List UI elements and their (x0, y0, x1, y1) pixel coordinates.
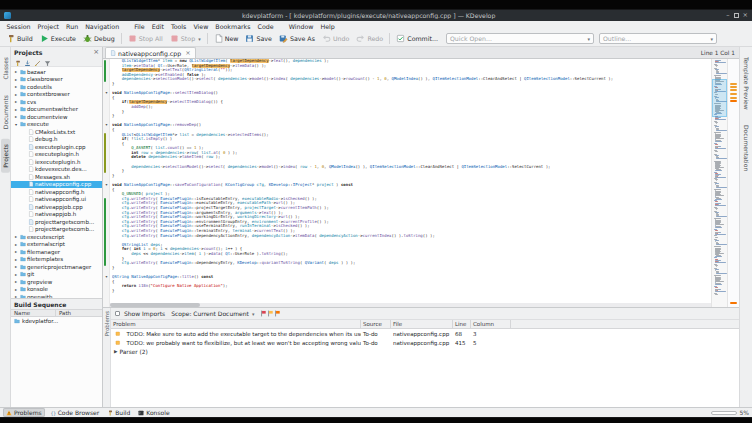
outline-field[interactable]: Outline... ▾ (599, 33, 717, 44)
fold-arrow-icon[interactable]: ▾ (106, 91, 108, 95)
tree-item-execute[interactable]: ▾execute (11, 121, 102, 129)
problems-column-line[interactable]: Line (453, 320, 471, 328)
toolbar-execute-button[interactable]: Execute (37, 33, 79, 44)
tree-item-messages-sh[interactable]: Messages.sh (11, 173, 102, 181)
expander-icon[interactable]: ▸ (14, 92, 18, 97)
quick-open-field[interactable]: Quick Open... ▾ (446, 33, 594, 44)
maximize-button[interactable] (734, 13, 739, 18)
code-editor[interactable]: ▾▾▾▾ QListWidgetItem* item = new QListWi… (103, 59, 739, 307)
expander-icon[interactable]: ▾ (14, 122, 18, 127)
code-text[interactable]: QListWidgetItem* item = new QListWidgetI… (110, 59, 711, 307)
problem-row[interactable]: TODO: we probably want to flexibilize, b… (111, 338, 739, 347)
expander-icon[interactable]: ▸ (14, 84, 18, 89)
build-sequence-column-name[interactable]: Name (11, 310, 56, 316)
menu-code[interactable]: Code (254, 23, 277, 30)
expander-icon[interactable]: ▸ (14, 99, 18, 104)
tree-item-nativeappconfig-h[interactable]: nativeappconfig.h (11, 188, 102, 196)
fold-arrow-icon[interactable]: ▾ (106, 123, 108, 127)
menu-help[interactable]: Help (317, 23, 338, 30)
tree-item-codeutils[interactable]: ▸codeutils (11, 83, 102, 91)
expander-icon[interactable]: ▸ (14, 77, 18, 82)
toolbar-redo-button[interactable]: Redo (353, 33, 386, 44)
tree-item-cmakelists-txt[interactable]: CMakeLists.txt (11, 128, 102, 136)
toolbar-build-button[interactable]: Build (3, 33, 36, 44)
right-dock-tab-template-preview[interactable]: Template Preview (742, 52, 751, 115)
error-filter-button[interactable] (260, 310, 267, 317)
tree-item-contextbrowser[interactable]: ▸contextbrowser (11, 91, 102, 99)
parser-group-row[interactable]: ▶ Parser (2) (111, 347, 739, 356)
tree-item-konsole[interactable]: ▸konsole (11, 286, 102, 294)
tree-item-filemanager[interactable]: ▸filemanager (11, 248, 102, 256)
projects-panel-close-icon[interactable]: × (93, 48, 99, 56)
problems-column-source[interactable]: Source (361, 320, 391, 328)
tree-item-grepview[interactable]: ▸grepview (11, 278, 102, 286)
tree-item-externalscript[interactable]: ▸externalscript (11, 241, 102, 249)
tree-item-genericprojectmanager[interactable]: ▸genericprojectmanager (11, 263, 102, 271)
minimize-button[interactable]: – (726, 12, 729, 19)
toolbar-new-button[interactable]: New (211, 33, 242, 44)
tree-item-cvs[interactable]: ▸cvs (11, 98, 102, 106)
tree-item-executeplugin-cpp[interactable]: executeplugin.cpp (11, 143, 102, 151)
problems-vertical-tab[interactable]: Problems (103, 308, 111, 407)
expander-icon[interactable]: ▶ (114, 349, 117, 354)
expander-icon[interactable]: ▸ (14, 287, 18, 292)
menu-tools[interactable]: Tools (167, 23, 190, 30)
toolbar-undo-button[interactable]: Undo (319, 33, 352, 44)
tree-item-debug-h[interactable]: debug.h (11, 136, 102, 144)
menu-bookmarks[interactable]: Bookmarks (212, 23, 254, 30)
expander-icon[interactable]: ▸ (14, 257, 18, 262)
menu-view[interactable]: View (190, 23, 212, 30)
expander-icon[interactable]: ▸ (14, 242, 18, 247)
menu-edit[interactable]: Edit (148, 23, 167, 30)
statusbar-problems-button[interactable]: Problems (3, 408, 45, 417)
toolbar-save-button[interactable]: Save (242, 33, 274, 44)
toolbar-stop-all-button[interactable]: Stop All (125, 33, 166, 44)
expander-icon[interactable]: ▸ (14, 279, 18, 284)
menu-run[interactable]: Run (63, 23, 82, 30)
toolbar-debug-button[interactable]: Debug (80, 33, 118, 44)
problems-column-column[interactable]: Column (471, 320, 511, 328)
tree-item-nativeappconfig-ui[interactable]: nativeappconfig.ui (11, 196, 102, 204)
show-imports-checkbox[interactable] (115, 311, 120, 316)
toolbar-stop-button[interactable]: Stop▾ (167, 33, 204, 44)
code-line[interactable] (112, 293, 711, 298)
tree-item-iexecuteplugin-h[interactable]: iexecuteplugin.h (11, 158, 102, 166)
tree-item-bazaar[interactable]: ▸bazaar (11, 68, 102, 76)
left-dock-tab-projects[interactable]: Projects (1, 139, 10, 173)
tree-item-projecttargetscomb[interactable]: projecttargetscomb... (11, 218, 102, 226)
statusbar-code-browser-button[interactable]: {}Code Browser (47, 408, 103, 417)
expander-icon[interactable]: ▸ (14, 107, 18, 112)
tree-item-documentview[interactable]: ▸documentview (11, 113, 102, 121)
tree-item-filetemplates[interactable]: ▸filetemplates (11, 256, 102, 264)
menu-session[interactable]: Session (3, 23, 34, 30)
tab-close-icon[interactable]: × (185, 49, 190, 57)
tree-item-git[interactable]: ▸git (11, 271, 102, 279)
tree-item-classbrowser[interactable]: ▸classbrowser (11, 76, 102, 84)
problem-row[interactable]: TODO: Make sure to auto add the executab… (111, 329, 739, 338)
fold-arrow-icon[interactable]: ▾ (106, 183, 108, 187)
scope-selector[interactable]: Scope: Current Document ▾ (169, 310, 256, 317)
expander-icon[interactable]: ▸ (14, 69, 18, 74)
expander-icon[interactable]: ▸ (14, 272, 18, 277)
tree-item-nativeappconfig-cpp[interactable]: nativeappconfig.cpp (11, 181, 102, 189)
problems-column-problem[interactable]: Problem (111, 320, 361, 328)
menu-navigation[interactable]: Navigation (82, 23, 123, 30)
hint-filter-button[interactable] (274, 310, 281, 317)
warning-filter-button[interactable] (267, 310, 274, 317)
expander-icon[interactable]: ▸ (14, 234, 18, 239)
statusbar-konsole-button[interactable]: Konsole (135, 408, 172, 417)
left-dock-tab-classes[interactable]: Classes (1, 52, 10, 85)
close-button[interactable]: × (743, 12, 748, 19)
expander-icon[interactable]: ▸ (14, 249, 18, 254)
expander-icon[interactable]: ▸ (14, 264, 18, 269)
tree-item-executescript[interactable]: ▸executescript (11, 233, 102, 241)
tree-item-nativeappjob-cpp[interactable]: nativeappjob.cpp (11, 203, 102, 211)
right-dock-tab-documentation[interactable]: Documentation (742, 120, 751, 176)
problems-column-file[interactable]: File (391, 320, 453, 328)
menu-file[interactable]: File (131, 23, 149, 30)
expander-icon[interactable]: ▸ (14, 114, 18, 119)
menu-project[interactable]: Project (34, 23, 63, 30)
tree-item-executeplugin-h[interactable]: executeplugin.h (11, 151, 102, 159)
tree-item-documentswitcher[interactable]: ▸documentswitcher (11, 106, 102, 114)
document-tab[interactable]: nativeappconfig.cpp × (105, 47, 196, 58)
